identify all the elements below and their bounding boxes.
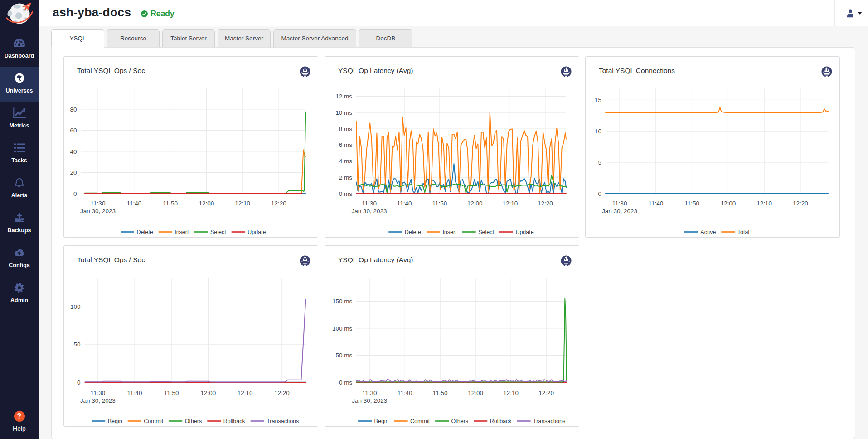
svg-text:Select: Select (478, 229, 494, 235)
svg-text:6 ms: 6 ms (339, 141, 352, 148)
svg-text:0: 0 (598, 190, 601, 197)
svg-text:11:50: 11:50 (684, 200, 699, 207)
svg-text:Begin: Begin (108, 418, 122, 424)
svg-text:12:00: 12:00 (467, 200, 482, 207)
svg-text:100 ms: 100 ms (332, 325, 353, 332)
svg-text:11:30: 11:30 (91, 200, 106, 207)
svg-text:11:40: 11:40 (126, 200, 141, 207)
svg-text:Jan 30, 2023: Jan 30, 2023 (351, 208, 387, 215)
svg-text:Commit: Commit (144, 418, 164, 424)
svg-text:11:30: 11:30 (362, 200, 377, 207)
svg-text:12:10: 12:10 (502, 200, 518, 207)
svg-text:11:40: 11:40 (397, 390, 412, 396)
svg-text:12:20: 12:20 (274, 390, 290, 396)
svg-text:Others: Others (185, 418, 202, 424)
svg-text:Commit: Commit (410, 418, 430, 424)
svg-text:YSQL Op Latency (Avg): YSQL Op Latency (Avg) (338, 256, 413, 263)
svg-text:Total YSQL Ops / Sec: Total YSQL Ops / Sec (77, 67, 145, 74)
svg-text:12:10: 12:10 (756, 200, 772, 207)
svg-text:0 ms: 0 ms (339, 379, 353, 386)
svg-text:Total YSQL Connections: Total YSQL Connections (599, 67, 675, 74)
svg-text:Others: Others (451, 418, 468, 424)
svg-text:11:30: 11:30 (612, 200, 627, 207)
svg-text:0: 0 (77, 379, 81, 386)
svg-text:Transactions: Transactions (267, 418, 299, 424)
svg-text:60: 60 (70, 127, 77, 134)
svg-text:11:50: 11:50 (432, 200, 447, 207)
svg-text:Rollback: Rollback (223, 418, 246, 424)
svg-text:Insert: Insert (175, 229, 189, 235)
svg-text:12:00: 12:00 (720, 200, 736, 207)
svg-text:12:10: 12:10 (235, 200, 250, 207)
svg-text:0 ms: 0 ms (339, 190, 352, 197)
svg-text:20: 20 (70, 169, 77, 176)
svg-text:12:10: 12:10 (503, 390, 519, 396)
svg-text:12:00: 12:00 (468, 390, 483, 396)
svg-text:0: 0 (73, 190, 77, 197)
svg-text:12:00: 12:00 (199, 200, 214, 207)
svg-text:8 ms: 8 ms (339, 126, 352, 132)
svg-text:12 ms: 12 ms (335, 93, 352, 100)
svg-text:11:50: 11:50 (432, 390, 447, 396)
svg-text:Delete: Delete (137, 229, 153, 235)
svg-text:150 ms: 150 ms (332, 298, 353, 305)
svg-text:12:10: 12:10 (238, 390, 253, 396)
svg-text:12:20: 12:20 (538, 390, 554, 396)
svg-text:40: 40 (70, 148, 77, 155)
svg-text:YSQL Op Latency (Avg): YSQL Op Latency (Avg) (338, 67, 413, 74)
svg-text:Jan 30, 2023: Jan 30, 2023 (601, 208, 637, 215)
svg-text:Transactions: Transactions (533, 418, 565, 424)
svg-text:50: 50 (73, 341, 80, 348)
svg-text:Begin: Begin (374, 418, 388, 424)
svg-text:11:30: 11:30 (362, 390, 377, 396)
svg-text:15: 15 (594, 97, 601, 103)
svg-text:Update: Update (515, 229, 533, 235)
svg-text:Update: Update (247, 229, 266, 235)
svg-text:10 ms: 10 ms (335, 109, 352, 116)
svg-text:Active: Active (700, 229, 716, 235)
svg-text:100: 100 (70, 303, 81, 310)
svg-text:Select: Select (210, 229, 226, 235)
svg-text:11:50: 11:50 (164, 390, 179, 396)
svg-text:10: 10 (594, 128, 601, 135)
svg-text:11:30: 11:30 (90, 390, 105, 396)
svg-text:2 ms: 2 ms (339, 174, 352, 181)
svg-text:Insert: Insert (442, 229, 457, 235)
svg-text:Rollback: Rollback (490, 418, 512, 424)
svg-text:11:50: 11:50 (163, 200, 178, 207)
svg-text:Jan 30, 2023: Jan 30, 2023 (80, 397, 116, 404)
svg-text:Total: Total (737, 229, 749, 235)
svg-text:11:40: 11:40 (127, 390, 142, 396)
svg-text:5: 5 (598, 159, 601, 166)
svg-text:11:40: 11:40 (648, 200, 663, 207)
svg-text:Delete: Delete (404, 229, 421, 235)
svg-text:12:20: 12:20 (538, 200, 553, 207)
svg-text:50 ms: 50 ms (335, 352, 352, 359)
svg-text:12:20: 12:20 (271, 200, 286, 207)
svg-text:12:00: 12:00 (201, 390, 216, 396)
svg-text:Jan 30, 2023: Jan 30, 2023 (352, 397, 387, 404)
svg-text:Jan 30, 2023: Jan 30, 2023 (80, 208, 116, 215)
svg-text:11:40: 11:40 (397, 200, 412, 207)
svg-text:80: 80 (70, 106, 77, 113)
svg-text:Total YSQL Ops / Sec: Total YSQL Ops / Sec (77, 256, 145, 263)
svg-text:4 ms: 4 ms (339, 158, 352, 165)
svg-text:12:20: 12:20 (793, 200, 808, 207)
